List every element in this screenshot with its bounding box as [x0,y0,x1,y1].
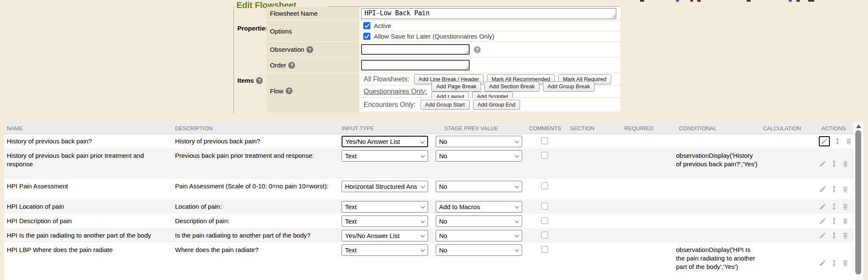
edit-pencil-icon[interactable] [819,203,826,210]
chevron-down-icon [421,204,425,209]
item-description: Pain Assessment (Scale of 0-10: 0=no pai… [175,182,333,190]
item-conditional: observationDisplay('HPI Is the pain radi… [676,246,759,271]
stage-prev-value-select[interactable]: No [436,244,522,256]
questionnaires-only-group-label: Questionnaires Only: [364,88,427,95]
delete-trash-icon[interactable] [842,217,849,225]
item-name: HPI Is the pain radiating to another par… [7,231,170,240]
edit-pencil-icon[interactable] [819,259,826,267]
help-icon[interactable]: ? [288,62,295,69]
column-header-required: REQUIRED [624,125,654,132]
comments-checkbox[interactable] [541,152,548,159]
help-icon[interactable]: ? [256,77,263,84]
chevron-down-icon [421,219,425,223]
flowsheet-name-input[interactable]: HPI-Low Back Pain [361,8,616,19]
help-icon[interactable]: ? [474,46,481,53]
move-up-down-icon[interactable] [835,137,840,145]
scrollbar-thumb[interactable] [855,130,861,274]
move-up-down-icon[interactable] [831,203,837,210]
input-type-select[interactable]: Text [342,244,428,256]
chevron-down-icon [421,233,425,238]
edit-pencil-wrap [819,136,830,146]
vertical-scrollbar[interactable] [854,122,863,280]
input-type-select[interactable]: Yes/No Answer List [342,136,428,147]
table-row: HPI Location of pain Location of pain: T… [4,199,854,214]
clipped-text-fragment [796,0,800,2]
item-description: Is the pain radiating to another part of… [175,231,333,240]
edit-pencil-wrap [819,203,826,210]
item-name: HPI Description of pain [7,217,170,225]
flow-button[interactable]: Add Group End [473,100,520,110]
column-header-calculation: CALCULATION [763,125,801,132]
order-input[interactable] [361,60,470,70]
comments-checkbox[interactable] [541,203,548,210]
column-header-name: NAME [7,125,23,132]
clipped-text-fragment [640,0,644,2]
chevron-down-icon [515,184,519,188]
clipped-text-fragment [747,0,751,2]
flow-button[interactable]: Add Section Break [484,81,540,92]
move-up-down-icon[interactable] [831,185,837,193]
edit-pencil-icon[interactable] [819,217,826,225]
edit-pencil-icon[interactable] [819,185,826,193]
chevron-down-icon [421,184,425,188]
input-type-select[interactable]: Horizontal Structured Ans [342,181,428,192]
comments-checkbox[interactable] [541,246,548,253]
move-up-down-icon[interactable] [831,217,837,225]
stage-prev-value-select[interactable]: No [436,181,522,192]
stage-prev-value-select[interactable]: No [436,150,522,162]
delete-trash-icon[interactable] [842,160,849,168]
move-up-down-icon[interactable] [831,160,837,168]
stage-prev-value-select[interactable]: No [436,216,522,227]
flow-button[interactable]: Add Page Break [431,81,481,92]
input-type-select[interactable]: Text [342,201,428,213]
stage-prev-value-select[interactable]: Add to Macros [436,201,522,213]
item-name: HPI Location of pain [7,202,170,211]
chevron-down-icon [420,140,425,144]
item-description: History of previous back pain? [175,137,333,146]
flow-label: Flow ? [266,73,359,112]
comments-checkbox[interactable] [541,182,548,189]
edit-pencil-wrap [819,217,826,225]
column-header-stage-prev-value: STAGE PREV VALUE [444,125,498,132]
comments-checkbox[interactable] [541,232,548,238]
delete-trash-icon[interactable] [845,137,852,145]
help-icon[interactable]: ? [286,87,292,94]
scrollbar-up-arrow[interactable] [856,124,861,128]
comments-checkbox[interactable] [541,217,548,224]
move-up-down-icon[interactable] [831,259,837,267]
delete-trash-icon[interactable] [842,203,849,210]
encounters-only-group-label: Encounters Only: [364,101,416,109]
input-type-select[interactable]: Yes/No Answer List [342,230,428,241]
column-header-input-type: INPUT TYPE [342,125,374,132]
active-checkbox[interactable] [363,22,370,29]
item-description: Description of pain: [175,217,333,225]
flow-button[interactable]: Add Group Start [420,100,470,110]
column-header-comments: COMMENTS [529,125,561,132]
delete-trash-icon[interactable] [842,232,849,239]
edit-pencil-wrap [819,185,826,193]
edit-pencil-wrap [819,259,826,267]
active-checkbox-label: Active [374,22,391,29]
edit-pencil-icon[interactable] [819,232,826,239]
input-type-select[interactable]: Text [342,216,428,227]
clipped-text-fragment [690,0,693,2]
table-row: HPI Pain Assessment Pain Assessment (Sca… [4,179,854,199]
observation-label: Observation ? [266,42,359,57]
help-icon[interactable]: ? [306,46,313,53]
input-type-select[interactable]: Text [342,150,428,162]
edit-pencil-icon[interactable] [819,160,826,168]
comments-checkbox[interactable] [541,137,548,144]
stage-prev-value-select[interactable]: No [436,136,522,147]
flow-button[interactable]: Add Group Break [543,81,595,92]
delete-trash-icon[interactable] [842,185,849,193]
chevron-down-icon [515,154,519,158]
move-up-down-icon[interactable] [831,232,837,239]
flowsheet-name-label: Flowsheet Name [266,7,359,20]
edit-pencil-icon[interactable] [821,137,828,145]
item-description: Where does the pain radiate? [175,246,333,254]
clipped-text-fragment [676,0,679,2]
delete-trash-icon[interactable] [842,259,849,267]
allow-save-for-later-checkbox[interactable] [363,33,370,40]
observation-input[interactable] [361,44,470,55]
stage-prev-value-select[interactable]: No [436,230,522,241]
